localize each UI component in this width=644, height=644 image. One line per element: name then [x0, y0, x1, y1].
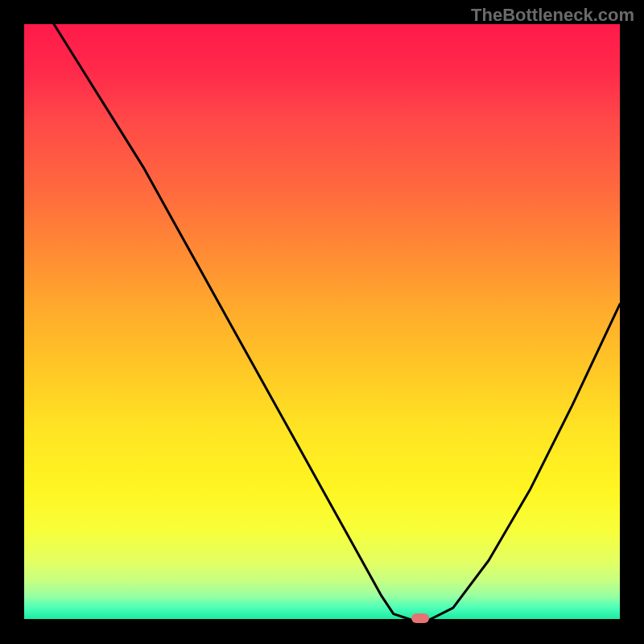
bottleneck-curve: [54, 24, 620, 620]
plot-area: [24, 24, 620, 620]
chart-container: TheBottleneck.com: [0, 0, 644, 644]
minimum-marker: [411, 613, 429, 623]
chart-svg: [24, 24, 620, 620]
watermark-text: TheBottleneck.com: [471, 5, 634, 26]
